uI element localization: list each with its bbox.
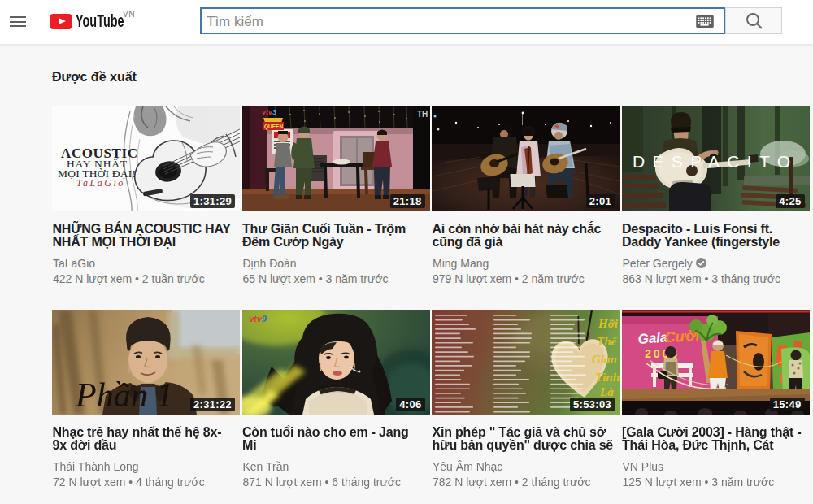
svg-text:Tình: Tình: [595, 371, 620, 384]
svg-text:Thể: Thể: [597, 335, 618, 348]
svg-text:Phần 1: Phần 1: [75, 376, 173, 414]
svg-text:vtv3: vtv3: [262, 108, 276, 116]
svg-text:vtv9: vtv9: [249, 314, 267, 324]
svg-text:QUEEN: QUEEN: [264, 124, 283, 130]
svg-text:DESPACITO: DESPACITO: [633, 152, 798, 171]
svg-text:TaLaGio: TaLaGio: [76, 177, 125, 189]
svg-text:Gian: Gian: [592, 353, 617, 366]
svg-text:Là: Là: [599, 385, 614, 398]
svg-text:TH: TH: [417, 110, 428, 119]
svg-text:Hỡi: Hỡi: [598, 317, 619, 330]
